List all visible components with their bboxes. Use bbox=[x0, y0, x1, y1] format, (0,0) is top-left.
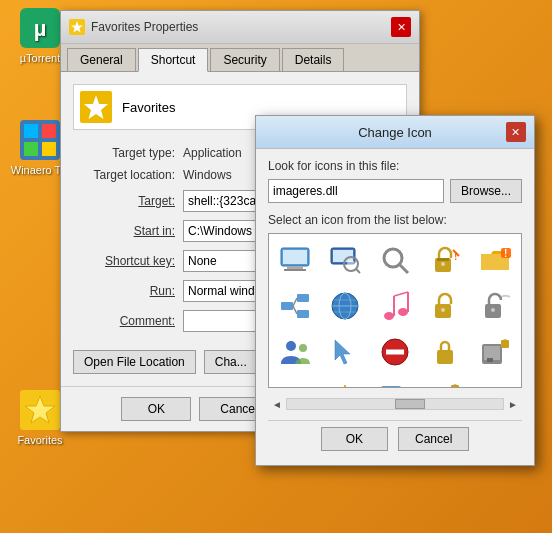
scroll-thumb[interactable] bbox=[395, 399, 425, 409]
icon-cell-star[interactable] bbox=[323, 376, 367, 388]
icon-cell-prohibit[interactable] bbox=[373, 330, 417, 374]
tab-shortcut[interactable]: Shortcut bbox=[138, 48, 209, 72]
svg-rect-16 bbox=[283, 250, 307, 264]
svg-point-48 bbox=[441, 308, 445, 312]
svg-point-21 bbox=[347, 260, 355, 268]
svg-point-43 bbox=[398, 308, 408, 316]
icon-cell-drive-lock[interactable] bbox=[473, 330, 517, 374]
svg-rect-6 bbox=[42, 142, 56, 156]
icon-cell-folder-open[interactable] bbox=[273, 376, 317, 388]
browse-button[interactable]: Browse... bbox=[450, 179, 522, 203]
icon-cell-lock-warn[interactable]: ! bbox=[423, 238, 467, 282]
icon-cell-cloud[interactable] bbox=[473, 376, 517, 388]
svg-rect-14 bbox=[287, 266, 303, 269]
svg-text:!: ! bbox=[504, 248, 507, 259]
tab-general[interactable]: General bbox=[67, 48, 136, 71]
favorites-desktop-icon bbox=[20, 390, 60, 430]
scroll-left-arrow[interactable]: ◄ bbox=[272, 399, 282, 410]
icon-cell-pc-user[interactable] bbox=[373, 376, 417, 388]
change-icon-cancel-button[interactable]: Cancel bbox=[398, 427, 469, 451]
icon-cell-magnify[interactable] bbox=[373, 238, 417, 282]
comment-label: Comment: bbox=[73, 314, 183, 328]
change-icon-content: Look for icons in this file: Browse... S… bbox=[256, 149, 534, 465]
favorites-desktop-label: Favorites bbox=[17, 434, 62, 446]
change-icon-buttons: OK Cancel bbox=[268, 420, 522, 455]
svg-rect-15 bbox=[284, 269, 306, 271]
icon-cell-computer[interactable] bbox=[273, 238, 317, 282]
scroll-track[interactable] bbox=[286, 398, 504, 410]
svg-point-27 bbox=[441, 262, 445, 266]
select-icon-label: Select an icon from the list below: bbox=[268, 213, 522, 227]
svg-point-51 bbox=[286, 341, 296, 351]
icon-cell-screen-search[interactable] bbox=[323, 238, 367, 282]
icon-cell-lock3[interactable] bbox=[423, 330, 467, 374]
icon-cell-network[interactable] bbox=[273, 284, 317, 328]
svg-rect-33 bbox=[297, 294, 309, 302]
icon-cell-folder-warn[interactable]: ! bbox=[473, 238, 517, 282]
icon-cell-hd-lock[interactable] bbox=[423, 376, 467, 388]
fav-header-icon bbox=[80, 91, 112, 123]
svg-point-52 bbox=[299, 344, 307, 352]
file-row: Browse... bbox=[268, 179, 522, 203]
favorites-dialog-titlebar: Favorites Properties ✕ bbox=[61, 11, 419, 44]
svg-rect-4 bbox=[42, 124, 56, 138]
svg-marker-53 bbox=[335, 340, 350, 364]
scroll-right-arrow[interactable]: ► bbox=[508, 399, 518, 410]
svg-point-24 bbox=[387, 252, 399, 264]
change-icon-titlebar: Change Icon ✕ bbox=[256, 116, 534, 149]
svg-rect-5 bbox=[24, 142, 38, 156]
svg-line-36 bbox=[293, 306, 297, 314]
target-location-label: Target location: bbox=[73, 168, 183, 182]
svg-line-20 bbox=[356, 269, 360, 273]
svg-rect-26 bbox=[437, 258, 449, 261]
svg-text:!: ! bbox=[454, 251, 457, 262]
icon-grid-container[interactable]: ! ! bbox=[268, 233, 522, 388]
svg-rect-62 bbox=[381, 386, 401, 388]
svg-rect-59 bbox=[487, 358, 493, 362]
favorites-dialog-close-button[interactable]: ✕ bbox=[391, 17, 411, 37]
tab-security[interactable]: Security bbox=[210, 48, 279, 71]
open-file-location-button[interactable]: Open File Location bbox=[73, 350, 196, 374]
svg-text:µ: µ bbox=[34, 16, 47, 41]
icon-cell-lock-open[interactable] bbox=[473, 284, 517, 328]
svg-line-35 bbox=[293, 298, 297, 306]
svg-rect-34 bbox=[297, 310, 309, 318]
ok-button[interactable]: OK bbox=[121, 397, 191, 421]
winaero-icon bbox=[20, 120, 60, 160]
svg-rect-56 bbox=[437, 350, 453, 364]
icon-cell-music[interactable] bbox=[373, 284, 417, 328]
start-in-label: Start in: bbox=[73, 224, 183, 238]
icon-cell-cursor[interactable] bbox=[323, 330, 367, 374]
svg-rect-3 bbox=[24, 124, 38, 138]
svg-rect-32 bbox=[281, 302, 293, 310]
icon-cell-earth[interactable] bbox=[323, 284, 367, 328]
svg-marker-61 bbox=[332, 385, 358, 388]
target-label: Target: bbox=[73, 194, 183, 208]
icon-grid: ! ! bbox=[269, 234, 521, 388]
file-path-input[interactable] bbox=[268, 179, 444, 203]
favorites-dialog-title: Favorites Properties bbox=[91, 20, 198, 34]
svg-point-50 bbox=[491, 308, 495, 312]
svg-rect-58 bbox=[484, 346, 500, 360]
target-type-label: Target type: bbox=[73, 146, 183, 160]
svg-line-23 bbox=[400, 265, 408, 273]
fav-header-name: Favorites bbox=[122, 100, 175, 115]
change-icon-button[interactable]: Cha... bbox=[204, 350, 258, 374]
icon-cell-people[interactable] bbox=[273, 330, 317, 374]
favorites-title-icon bbox=[69, 19, 85, 35]
scrollbar-area: ◄ ► bbox=[268, 396, 522, 412]
favorites-dialog-tabs: General Shortcut Security Details bbox=[61, 44, 419, 72]
utorrent-icon: µ bbox=[20, 8, 60, 48]
shortcut-key-label: Shortcut key: bbox=[73, 254, 183, 268]
change-icon-title: Change Icon bbox=[351, 125, 438, 140]
utorrent-label: µTorrent bbox=[20, 52, 61, 64]
look-for-label: Look for icons in this file: bbox=[268, 159, 522, 173]
target-type-value: Application bbox=[183, 146, 242, 160]
icon-cell-lock2[interactable] bbox=[423, 284, 467, 328]
tab-details[interactable]: Details bbox=[282, 48, 345, 71]
change-icon-dialog: Change Icon ✕ Look for icons in this fil… bbox=[255, 115, 535, 466]
svg-point-42 bbox=[384, 312, 394, 320]
target-location-value: Windows bbox=[183, 168, 232, 182]
change-icon-ok-button[interactable]: OK bbox=[321, 427, 388, 451]
change-icon-close-button[interactable]: ✕ bbox=[506, 122, 526, 142]
